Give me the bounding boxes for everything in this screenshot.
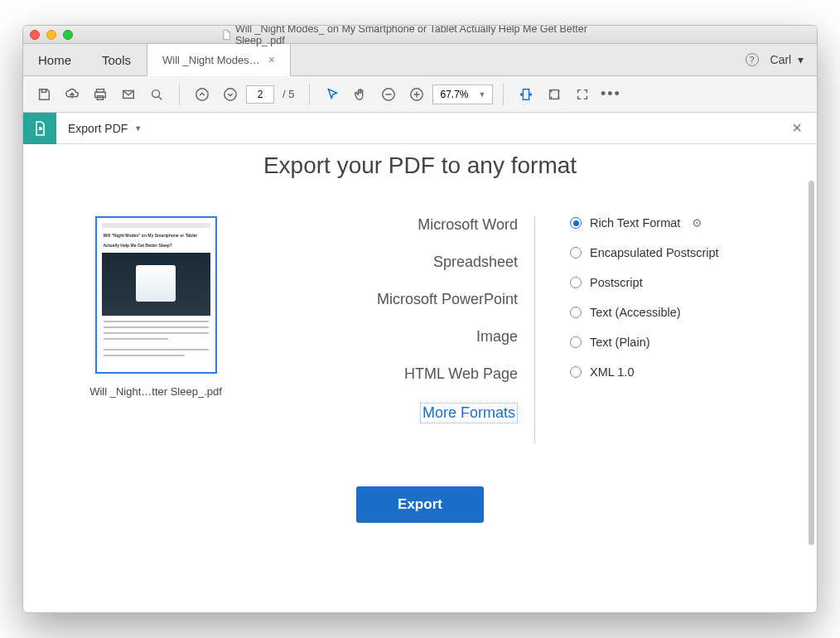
option-xml[interactable]: XML 1.0 (570, 365, 784, 379)
category-word[interactable]: Microsoft Word (272, 216, 518, 234)
page-up-icon[interactable] (190, 82, 215, 107)
close-panel-button[interactable]: × (792, 118, 817, 138)
zoom-out-icon[interactable] (376, 82, 401, 107)
format-options: Rich Text Format ⚙ Encapsulated Postscri… (552, 216, 784, 395)
thumbnail-column: Will "Night Modes" on My Smartphone or T… (56, 216, 255, 398)
category-image[interactable]: Image (272, 328, 518, 346)
page-down-icon[interactable] (218, 82, 243, 107)
title-bar: Will _Night Modes_ on My Smartphone or T… (23, 26, 817, 44)
zoom-value: 67.7% (440, 89, 468, 100)
radio-icon (570, 217, 582, 229)
minimize-window-button[interactable] (46, 30, 56, 40)
category-html[interactable]: HTML Web Page (272, 365, 518, 383)
category-more-formats[interactable]: More Formats (420, 403, 518, 423)
chevron-down-icon: ▼ (134, 124, 142, 133)
svg-point-7 (224, 88, 236, 99)
fit-width-icon[interactable] (514, 82, 538, 107)
tab-home[interactable]: Home (23, 44, 87, 75)
svg-point-5 (152, 89, 160, 97)
scrollbar-thumb[interactable] (809, 181, 814, 545)
option-label: XML 1.0 (590, 365, 634, 379)
traffic-lights (30, 30, 73, 40)
top-right-controls: ? Carl ▾ (746, 44, 817, 75)
zoom-in-icon[interactable] (404, 82, 429, 107)
tab-document[interactable]: Will _Night Modes… × (147, 44, 291, 76)
window-title-text: Will _Night Modes_ on My Smartphone or T… (235, 25, 619, 46)
app-window: Will _Night Modes_ on My Smartphone or T… (22, 25, 818, 613)
maximize-window-button[interactable] (63, 30, 73, 40)
tab-document-label: Will _Night Modes… (162, 54, 260, 66)
svg-rect-0 (41, 89, 46, 92)
export-panel-title-text: Export PDF (68, 122, 128, 135)
main-tabs: Home Tools Will _Night Modes… × ? Carl ▾ (23, 44, 817, 76)
gear-icon[interactable]: ⚙ (692, 216, 702, 230)
export-panel-title[interactable]: Export PDF ▼ (56, 122, 153, 135)
export-panel-header: Export PDF ▼ × (23, 113, 817, 144)
radio-icon (570, 247, 582, 259)
option-text-accessible[interactable]: Text (Accessible) (570, 306, 784, 319)
option-text-plain[interactable]: Text (Plain) (570, 336, 784, 349)
radio-icon (570, 366, 582, 378)
radio-icon (570, 307, 582, 318)
option-label: Text (Plain) (590, 336, 650, 349)
fullscreen-icon[interactable] (570, 82, 595, 107)
help-icon[interactable]: ? (746, 53, 759, 66)
cloud-upload-icon[interactable] (60, 82, 84, 107)
option-eps[interactable]: Encapsulated Postscript (570, 246, 784, 259)
option-label: Rich Text Format (590, 216, 680, 230)
zoom-select[interactable]: 67.7% ▼ (432, 85, 493, 104)
export-content: Export your PDF to any format Will "Nigh… (23, 144, 817, 612)
export-button[interactable]: Export (356, 486, 484, 523)
radio-icon (570, 336, 582, 348)
more-tools-icon[interactable]: ••• (598, 82, 623, 107)
option-label: Encapsulated Postscript (590, 246, 719, 259)
search-icon[interactable] (144, 82, 169, 107)
chevron-down-icon: ▼ (479, 90, 486, 99)
user-menu[interactable]: Carl ▾ (770, 53, 804, 66)
toolbar: / 5 67.7% ▼ ••• (23, 76, 817, 113)
svg-rect-2 (95, 92, 106, 97)
fit-page-icon[interactable] (542, 82, 567, 107)
save-icon[interactable] (31, 82, 56, 107)
page-heading: Export your PDF to any format (23, 152, 817, 179)
tab-tools[interactable]: Tools (87, 44, 147, 75)
export-pdf-icon (23, 113, 56, 144)
svg-point-6 (196, 88, 208, 99)
category-spreadsheet[interactable]: Spreadsheet (272, 254, 518, 271)
window-title: Will _Night Modes_ on My Smartphone or T… (222, 25, 619, 46)
print-icon[interactable] (88, 82, 113, 107)
option-rtf[interactable]: Rich Text Format ⚙ (570, 216, 784, 230)
close-tab-icon[interactable]: × (268, 53, 275, 66)
option-ps[interactable]: Postscript (570, 276, 784, 289)
select-tool-icon[interactable] (320, 82, 345, 107)
format-categories: Microsoft Word Spreadsheet Microsoft Pow… (272, 216, 535, 443)
document-thumbnail[interactable]: Will "Night Modes" on My Smartphone or T… (95, 216, 217, 374)
user-name: Carl (770, 53, 792, 66)
category-powerpoint[interactable]: Microsoft PowerPoint (272, 291, 518, 308)
option-label: Text (Accessible) (590, 306, 681, 319)
email-icon[interactable] (116, 82, 141, 107)
hand-tool-icon[interactable] (348, 82, 373, 107)
page-total: / 5 (282, 88, 294, 100)
radio-icon (570, 277, 582, 288)
thumbnail-filename: Will _Night…tter Sleep_.pdf (56, 385, 255, 398)
svg-rect-10 (524, 89, 529, 99)
page-number-input[interactable] (246, 85, 274, 104)
option-label: Postscript (590, 276, 643, 289)
close-window-button[interactable] (30, 30, 40, 40)
